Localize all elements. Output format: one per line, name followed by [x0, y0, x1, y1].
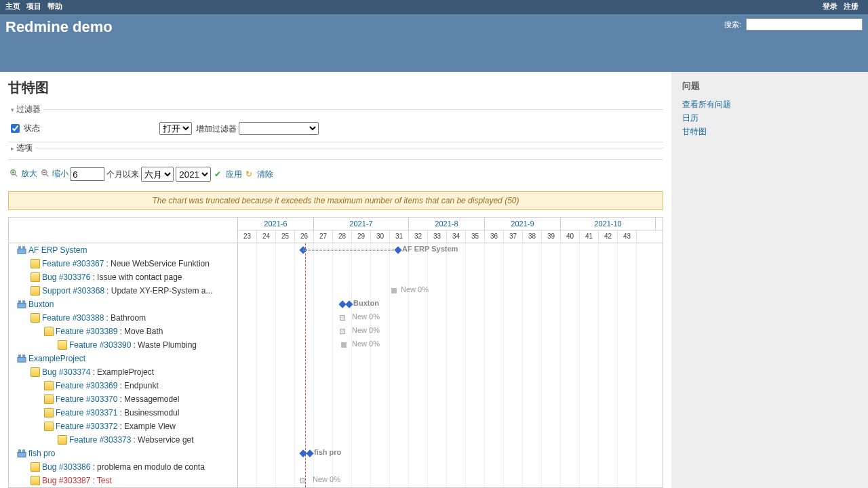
gantt-timeline[interactable]: 2021-62021-72021-82021-92021-10 23242526…: [238, 218, 663, 487]
task-bar: [340, 329, 345, 334]
issue-link[interactable]: Bug #303387: [42, 476, 90, 485]
svg-rect-12: [23, 301, 25, 304]
gantt-week-header: 33: [428, 230, 447, 243]
gantt-chart-row: New 0%: [238, 474, 663, 487]
gantt-week-header: 24: [257, 230, 276, 243]
issue-title: : Webservice get: [133, 435, 193, 445]
gantt-issue-row: Feature #303388: Bathroom: [9, 311, 237, 325]
gantt-bar-label: fish pro: [314, 448, 341, 456]
gantt-project-row: Buxton: [9, 298, 237, 311]
nav-home[interactable]: 主页: [5, 2, 20, 10]
issue-title: : Messagemodel: [119, 394, 179, 404]
gantt-week-header: 35: [466, 230, 485, 243]
nav-projects[interactable]: 项目: [26, 2, 41, 10]
gantt-chart-row: [238, 352, 663, 365]
svg-rect-15: [23, 355, 25, 358]
gantt-issue-row: Support #303368: Update XY-ERP-System a.…: [9, 284, 237, 298]
svg-line-5: [46, 174, 49, 177]
issue-link[interactable]: Feature #303370: [56, 394, 117, 404]
gantt-week-header: 42: [599, 230, 618, 243]
sidebar-link-gantt[interactable]: 甘特图: [682, 126, 857, 138]
project-link[interactable]: ExampleProject: [28, 354, 85, 363]
gantt-month-header: 2021-6: [238, 218, 314, 230]
gantt-subjects-column: AF ERP SystemFeature #303367: Neue WebSe…: [9, 218, 238, 487]
task-bar: [300, 478, 304, 483]
apply-link[interactable]: ✔ 应用: [214, 169, 242, 180]
issue-icon: [31, 476, 40, 485]
project-link[interactable]: fish pro: [28, 449, 55, 458]
zoom-out-icon: [41, 169, 50, 178]
issue-link[interactable]: Feature #303390: [69, 340, 131, 350]
gantt-month-header: 2021-10: [561, 218, 656, 230]
gantt-status-label: New 0%: [313, 475, 340, 483]
issue-icon: [31, 313, 40, 323]
nav-help[interactable]: 帮助: [47, 2, 62, 10]
gantt-status-label: New 0%: [352, 312, 380, 321]
issue-link[interactable]: Bug #303376: [42, 272, 90, 282]
gantt-issue-row: Feature #303372: Example View: [9, 420, 237, 433]
issue-title: : Move Bath: [119, 327, 163, 336]
gantt-bar-label: Buxton: [353, 299, 379, 307]
issue-title: : Neue WebService Funktion: [106, 259, 210, 268]
issue-icon: [44, 394, 54, 404]
gantt-issue-row: Feature #303367: Neue WebService Funktio…: [9, 257, 237, 270]
filters-fieldset: 过滤器 状态 打开 增加过滤器: [8, 104, 663, 142]
gantt-chart-row: New 0%: [238, 325, 663, 338]
nav-login[interactable]: 登录: [823, 2, 837, 10]
issue-icon: [31, 286, 40, 296]
gantt-week-header: 38: [523, 230, 542, 243]
issue-link[interactable]: Feature #303367: [42, 259, 104, 268]
gantt-issue-row: Feature #303370: Messagemodel: [9, 392, 237, 406]
milestone-diamond: [306, 449, 313, 457]
zoom-in-link[interactable]: 放大: [9, 168, 37, 180]
gantt-issue-row: Bug #303386: problema en modulo de conta: [9, 460, 237, 474]
sidebar-link-calendar[interactable]: 日历: [682, 113, 857, 124]
gantt-week-header: 29: [352, 230, 371, 243]
search-input[interactable]: [746, 18, 863, 30]
year-select[interactable]: 2021: [176, 167, 211, 182]
gantt-issue-row: Feature #303369: Endpunkt: [9, 379, 237, 392]
svg-rect-9: [23, 247, 25, 249]
issue-link[interactable]: Bug #303386: [42, 462, 90, 472]
status-filter-checkbox[interactable]: [11, 124, 20, 133]
svg-rect-14: [19, 355, 21, 358]
issue-link[interactable]: Feature #303372: [56, 422, 117, 431]
gantt-chart-row: [238, 379, 663, 392]
add-filter-select[interactable]: [239, 122, 319, 135]
issue-title: : Test: [92, 476, 111, 485]
issue-link[interactable]: Feature #303371: [56, 408, 117, 418]
options-legend[interactable]: 选项: [8, 142, 35, 154]
task-marker: [391, 288, 397, 293]
gantt-week-header: 34: [447, 230, 466, 243]
sidebar-heading: 问题: [682, 80, 857, 92]
issue-link[interactable]: Feature #303369: [56, 381, 117, 390]
month-select[interactable]: 六月: [141, 167, 174, 182]
issue-icon: [58, 340, 67, 350]
page-title: 甘特图: [8, 79, 663, 97]
gantt-issue-row: Bug #303374: ExampleProject: [9, 365, 237, 379]
zoom-out-link[interactable]: 缩小: [41, 168, 68, 180]
search-label: 搜索:: [724, 20, 741, 28]
project-icon: [17, 245, 26, 255]
issue-link[interactable]: Support #303368: [42, 286, 104, 296]
filters-legend[interactable]: 过滤器: [8, 104, 43, 115]
gantt-issue-row: Bug #303387: Test: [9, 474, 237, 487]
gantt-month-header: 2021-8: [409, 218, 485, 230]
gantt-project-row: fish pro: [9, 447, 237, 460]
project-link[interactable]: Buxton: [28, 300, 54, 309]
project-link[interactable]: AF ERP System: [28, 245, 87, 255]
issue-icon: [44, 327, 54, 336]
issue-link[interactable]: Bug #303374: [42, 367, 90, 377]
nav-register[interactable]: 注册: [844, 2, 859, 10]
issue-link[interactable]: Feature #303373: [69, 435, 131, 445]
clear-link[interactable]: ↻ 清除: [245, 169, 273, 180]
months-input[interactable]: [71, 167, 104, 181]
gantt-project-row: AF ERP System: [9, 243, 237, 257]
gantt-chart-row: AF ERP System: [238, 243, 663, 257]
truncation-warning: The chart was truncated because it excee…: [8, 191, 663, 210]
issue-link[interactable]: Feature #303389: [56, 327, 117, 336]
gantt-week-header: 41: [580, 230, 599, 243]
issue-link[interactable]: Feature #303388: [42, 313, 104, 323]
sidebar-link-all-issues[interactable]: 查看所有问题: [682, 99, 857, 110]
status-filter-operator[interactable]: 打开: [159, 122, 192, 135]
